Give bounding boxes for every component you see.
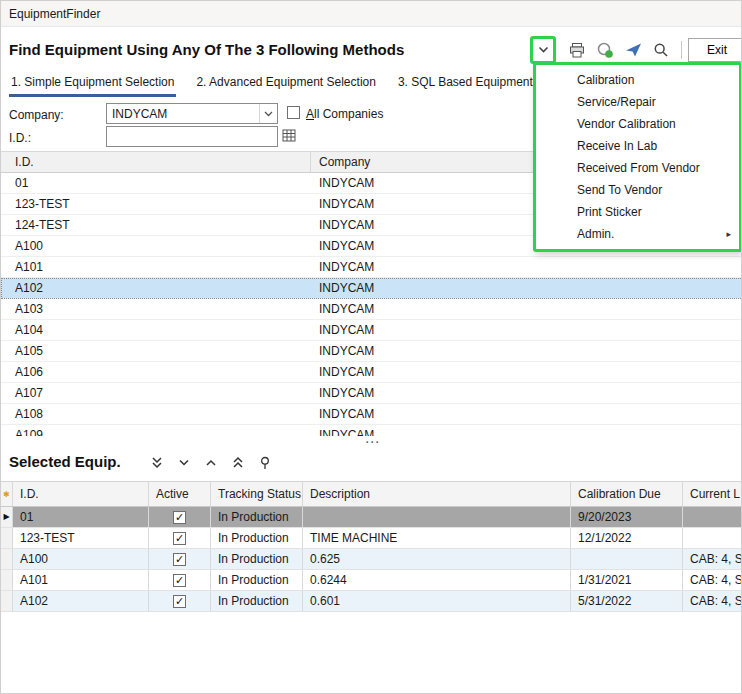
id-lookup-button[interactable] — [282, 128, 298, 144]
id-input[interactable] — [106, 126, 278, 147]
selected-equipment-row[interactable]: 123-TEST✓In ProductionTIME MACHINE12/1/2… — [1, 528, 742, 549]
current-location-cell: CAB: 4, SH — [683, 570, 742, 590]
active-cell: ✓ — [149, 507, 211, 527]
equipment-extra-cell — [613, 320, 742, 340]
equipment-company-cell: INDYCAM — [311, 299, 613, 319]
active-checkbox[interactable]: ✓ — [173, 511, 186, 524]
selected-header-current-location[interactable]: Current L — [683, 482, 742, 506]
description-cell: 0.601 — [303, 591, 571, 611]
chevron-down-icon — [538, 46, 549, 54]
active-checkbox[interactable]: ✓ — [173, 532, 186, 545]
all-companies-checkbox[interactable] — [287, 106, 300, 119]
equipment-extra-cell — [613, 299, 742, 319]
results-header-id[interactable]: I.D. — [1, 152, 311, 172]
exit-button[interactable]: Exit — [688, 38, 742, 62]
menu-item-vendor-calibration[interactable]: Vendor Calibration — [536, 113, 739, 135]
equipment-row[interactable]: A103INDYCAM — [1, 299, 742, 320]
company-combobox-value: INDYCAM — [107, 107, 259, 121]
equipment-id-cell: A107 — [1, 383, 311, 403]
active-checkbox[interactable]: ✓ — [173, 574, 186, 587]
menu-item-label: Received From Vendor — [577, 161, 700, 175]
equipment-row[interactable]: A108INDYCAM — [1, 404, 742, 425]
id-label: I.D.: — [9, 131, 31, 145]
double-chevron-down-icon — [149, 455, 165, 471]
selected-equipment-row[interactable]: A100✓In Production0.625CAB: 4, SH — [1, 549, 742, 570]
row-marker-cell — [1, 528, 13, 548]
sync-status-button[interactable] — [595, 40, 615, 60]
menu-item-calibration[interactable]: Calibration — [536, 69, 739, 91]
active-cell: ✓ — [149, 591, 211, 611]
equipment-extra-cell — [613, 278, 742, 298]
selected-equipment-row[interactable]: ▶01✓In Production9/20/2023 — [1, 507, 742, 528]
selected-header-calibration-due[interactable]: Calibration Due — [571, 482, 683, 506]
equipment-id-cell: 124-TEST — [1, 215, 311, 235]
equipment-id-cell: 01 — [1, 173, 311, 193]
selected-equipment-row[interactable]: A102✓In Production0.6015/31/2022CAB: 4, … — [1, 591, 742, 612]
send-button[interactable] — [623, 40, 643, 60]
menu-item-label: Admin. — [577, 227, 614, 241]
move-all-down-button[interactable] — [146, 453, 168, 473]
menu-item-receive-in-lab[interactable]: Receive In Lab — [536, 135, 739, 157]
active-checkbox[interactable]: ✓ — [173, 553, 186, 566]
actions-dropdown-button[interactable] — [538, 46, 549, 54]
active-checkbox[interactable]: ✓ — [173, 595, 186, 608]
menu-item-send-to-vendor[interactable]: Send To Vendor — [536, 179, 739, 201]
selected-header-active[interactable]: Active — [149, 482, 211, 506]
current-location-cell — [683, 528, 742, 548]
equipment-company-cell: INDYCAM — [311, 404, 613, 424]
menu-item-label: Receive In Lab — [577, 139, 657, 153]
move-up-button[interactable] — [200, 453, 222, 473]
menu-item-label: Calibration — [577, 73, 634, 87]
equipment-row[interactable]: A105INDYCAM — [1, 341, 742, 362]
selection-nav-buttons — [146, 453, 276, 473]
description-cell: TIME MACHINE — [303, 528, 571, 548]
selected-header-tracking-status[interactable]: Tracking Status — [211, 482, 303, 506]
printer-icon — [568, 42, 586, 59]
print-button[interactable] — [567, 40, 587, 60]
selected-header-id[interactable]: I.D. — [13, 482, 149, 506]
all-companies-label: All Companies — [306, 107, 383, 121]
equipment-row[interactable]: A107INDYCAM — [1, 383, 742, 404]
menu-item-label: Print Sticker — [577, 205, 642, 219]
equipment-row[interactable]: A102INDYCAM — [1, 278, 742, 299]
selected-header-description[interactable]: Description — [303, 482, 571, 506]
tab-1[interactable]: 1. Simple Equipment Selection — [9, 73, 176, 97]
locate-button[interactable] — [254, 453, 276, 473]
menu-item-print-sticker[interactable]: Print Sticker — [536, 201, 739, 223]
tab-2[interactable]: 2. Advanced Equipment Selection — [194, 73, 377, 97]
grid-splitter[interactable]: ⋯ — [1, 436, 742, 448]
equipment-extra-cell — [613, 404, 742, 424]
toolbar: Exit — [530, 35, 742, 65]
selected-equipment-row[interactable]: A101✓In Production0.62441/31/2021CAB: 4,… — [1, 570, 742, 591]
equipment-finder-window: EquipmentFinder Find Equipment Using Any… — [0, 0, 742, 694]
toolbar-separator — [681, 41, 682, 59]
actions-context-menu: CalibrationService/RepairVendor Calibrat… — [533, 62, 742, 252]
grid-marker-star-icon: ✱ — [3, 483, 10, 506]
move-all-up-button[interactable] — [227, 453, 249, 473]
menu-item-label: Service/Repair — [577, 95, 656, 109]
description-cell: 0.6244 — [303, 570, 571, 590]
menu-item-service-repair[interactable]: Service/Repair — [536, 91, 739, 113]
search-button[interactable] — [651, 40, 671, 60]
all-companies-rest: ll Companies — [314, 107, 383, 121]
tracking-status-cell: In Production — [211, 528, 303, 548]
page-title: Find Equipment Using Any Of The 3 Follow… — [9, 41, 404, 58]
combobox-dropdown-icon[interactable] — [259, 104, 277, 123]
tracking-status-cell: In Production — [211, 507, 303, 527]
description-cell: 0.625 — [303, 549, 571, 569]
equipment-company-cell: INDYCAM — [311, 341, 613, 361]
status-globe-icon — [596, 41, 614, 59]
menu-item-received-from-vendor[interactable]: Received From Vendor — [536, 157, 739, 179]
menu-item-list: CalibrationService/RepairVendor Calibrat… — [536, 69, 739, 245]
move-down-button[interactable] — [173, 453, 195, 473]
equipment-row[interactable]: A104INDYCAM — [1, 320, 742, 341]
calibration-due-cell: 9/20/2023 — [571, 507, 683, 527]
equipment-company-cell: INDYCAM — [311, 257, 613, 277]
equipment-row[interactable]: A101INDYCAM — [1, 257, 742, 278]
company-combobox[interactable]: INDYCAM — [106, 103, 278, 124]
equipment-row[interactable]: A106INDYCAM — [1, 362, 742, 383]
menu-item-admin[interactable]: Admin.▸ — [536, 223, 739, 245]
equipment-extra-cell — [613, 341, 742, 361]
selected-equipment-grid: ✱ I.D. Active Tracking Status Descriptio… — [1, 481, 742, 612]
id-cell: A101 — [13, 570, 149, 590]
